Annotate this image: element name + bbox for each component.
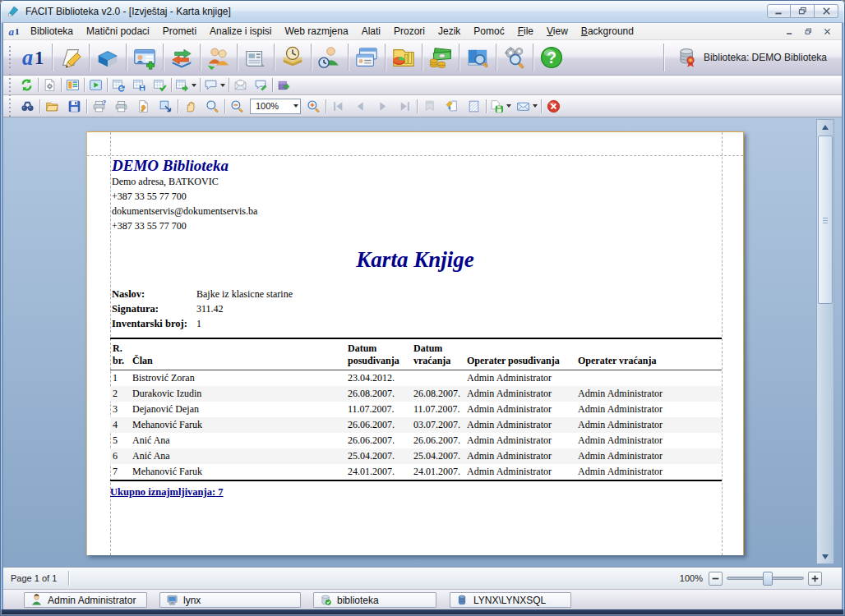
help-button[interactable]: ? bbox=[534, 42, 569, 73]
refresh-button[interactable] bbox=[16, 76, 37, 94]
circulation-button[interactable] bbox=[164, 42, 199, 73]
menu-jezik[interactable]: Jezik bbox=[432, 24, 467, 39]
a1-logo-icon: a1 bbox=[21, 45, 46, 70]
close-button[interactable] bbox=[815, 4, 838, 18]
report-settings-icon bbox=[43, 78, 57, 92]
minimize-button[interactable] bbox=[767, 4, 791, 18]
grid-export-button[interactable] bbox=[173, 76, 199, 94]
money-button[interactable] bbox=[423, 42, 458, 73]
zoom-out-button[interactable] bbox=[226, 97, 248, 116]
zoom-in-button[interactable] bbox=[808, 572, 822, 586]
mail-button[interactable] bbox=[230, 76, 251, 94]
computer-icon bbox=[166, 594, 178, 606]
scrollbar-thumb[interactable] bbox=[818, 136, 833, 304]
sql-server-panel: LYNX\LYNXSQL bbox=[450, 592, 571, 608]
zoom-slider-track[interactable] bbox=[727, 577, 804, 580]
report-window-icon[interactable]: a1 bbox=[8, 25, 21, 38]
preview-toolbar-icons: ?100% bbox=[16, 97, 565, 116]
toolbar-grip[interactable] bbox=[8, 45, 12, 70]
menu-pomoc[interactable]: Pomoć bbox=[467, 24, 510, 39]
a1-logo-button[interactable]: a1 bbox=[16, 42, 51, 73]
news-button[interactable] bbox=[238, 42, 273, 73]
export-box-button[interactable] bbox=[274, 76, 294, 94]
clock-book-button[interactable] bbox=[275, 42, 310, 73]
zoom-level-combobox[interactable]: 100% bbox=[250, 99, 301, 114]
pan-button[interactable] bbox=[179, 97, 201, 116]
page-edit-button[interactable] bbox=[463, 97, 485, 116]
print-settings-icon: ? bbox=[92, 99, 106, 113]
scale-button[interactable] bbox=[155, 97, 177, 116]
grid-save-button[interactable] bbox=[129, 76, 150, 94]
zoom-out-button[interactable] bbox=[709, 572, 723, 586]
book-button[interactable] bbox=[90, 42, 125, 73]
comment-edit-button[interactable] bbox=[251, 76, 271, 94]
vertical-scrollbar[interactable] bbox=[816, 119, 834, 564]
zoom-in-button[interactable] bbox=[302, 97, 325, 116]
comment-button[interactable] bbox=[201, 76, 228, 94]
nav-next-button[interactable] bbox=[372, 97, 394, 116]
id-cards-button[interactable] bbox=[349, 42, 384, 73]
watermark-button[interactable] bbox=[441, 97, 463, 116]
toolbar-separator bbox=[178, 99, 178, 113]
detail-signatura: Signatura: 311.42 bbox=[112, 303, 605, 315]
mdi-controls bbox=[783, 27, 838, 36]
zoom-slider-thumb[interactable] bbox=[763, 572, 773, 586]
toolbar-separator bbox=[311, 44, 312, 71]
folder-open-icon bbox=[45, 99, 59, 113]
menu-prozori[interactable]: Prozori bbox=[387, 24, 432, 39]
find-button[interactable] bbox=[16, 97, 39, 116]
print-settings-button[interactable]: ? bbox=[88, 97, 110, 116]
menu-alati[interactable]: Alati bbox=[355, 24, 387, 39]
chevron-down-icon bbox=[506, 104, 511, 108]
scroll-up-button[interactable] bbox=[817, 120, 833, 134]
folder-open-button[interactable] bbox=[41, 97, 63, 116]
nav-last-button[interactable] bbox=[394, 97, 416, 116]
menu-view[interactable]: View bbox=[540, 24, 575, 39]
table-cell: 11.07.2007. bbox=[413, 403, 467, 416]
table-header-cell: Operater vraćanja bbox=[578, 339, 722, 370]
preview-toolbar: ?100% bbox=[3, 95, 842, 117]
grid-check-button[interactable] bbox=[150, 76, 170, 94]
menu-biblioteka[interactable]: Biblioteka bbox=[24, 24, 80, 39]
print-button[interactable] bbox=[110, 97, 132, 116]
chart-button[interactable] bbox=[386, 42, 421, 73]
mdi-close-icon[interactable] bbox=[823, 27, 832, 36]
toolbar-grip[interactable] bbox=[8, 94, 12, 118]
close-red-button[interactable] bbox=[543, 97, 565, 116]
grid-refresh-button[interactable] bbox=[109, 76, 129, 94]
menu-maticni-podaci[interactable]: Matični podaci bbox=[80, 24, 156, 39]
bookmark-button[interactable] bbox=[418, 97, 441, 116]
write-button[interactable] bbox=[53, 42, 88, 73]
person-clock-button[interactable] bbox=[312, 42, 347, 73]
nav-prev-button[interactable] bbox=[349, 97, 372, 116]
menu-prometi[interactable]: Prometi bbox=[156, 24, 203, 39]
menu-background[interactable]: Background bbox=[575, 24, 640, 39]
nav-first-button[interactable] bbox=[327, 97, 349, 116]
help-icon: ? bbox=[539, 45, 564, 70]
video-button[interactable] bbox=[85, 76, 106, 94]
scroll-down-button[interactable] bbox=[817, 549, 833, 563]
menu-bar: a1 BibliotekaMatični podaciPrometiAnaliz… bbox=[3, 23, 842, 40]
zoom-percent-label: 100% bbox=[680, 573, 703, 583]
refresh-icon bbox=[20, 78, 34, 92]
zoom-lens-button[interactable] bbox=[201, 97, 224, 116]
settings-search-button[interactable] bbox=[497, 42, 532, 73]
app-icon[interactable] bbox=[7, 5, 20, 18]
menu-analize-i-ispisi[interactable]: Analize i ispisi bbox=[203, 24, 278, 39]
save-button[interactable] bbox=[63, 97, 85, 116]
table-body: 1Bistrović Zoran23.04.2012.Admin Adminis… bbox=[110, 370, 722, 480]
book-search-button[interactable] bbox=[460, 42, 495, 73]
member-add-button[interactable] bbox=[127, 42, 162, 73]
restore-button[interactable] bbox=[791, 4, 815, 18]
members-button[interactable] bbox=[201, 42, 236, 73]
export-save-button[interactable] bbox=[487, 97, 514, 116]
menu-web-razmjena[interactable]: Web razmjena bbox=[278, 24, 354, 39]
mdi-minimize-icon[interactable] bbox=[785, 27, 794, 36]
report-settings-button[interactable] bbox=[39, 76, 60, 94]
layout-button[interactable] bbox=[62, 76, 83, 94]
nav-first-icon bbox=[331, 99, 345, 113]
mdi-restore-icon[interactable] bbox=[804, 27, 813, 36]
menu-file[interactable]: File bbox=[511, 24, 540, 39]
page-setup-button[interactable] bbox=[132, 97, 155, 116]
email-button[interactable] bbox=[514, 97, 540, 116]
